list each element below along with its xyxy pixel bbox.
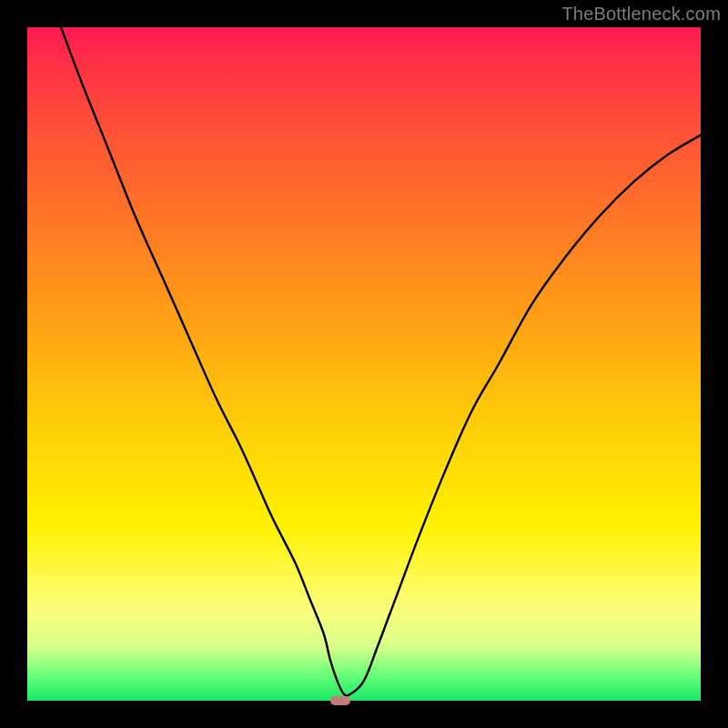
watermark-text: TheBottleneck.com	[561, 4, 721, 25]
curve-svg	[27, 27, 701, 701]
chart-frame: TheBottleneck.com	[0, 0, 728, 728]
plot-area	[27, 27, 701, 701]
minimum-marker	[330, 696, 350, 705]
bottleneck-curve-path	[61, 27, 701, 696]
